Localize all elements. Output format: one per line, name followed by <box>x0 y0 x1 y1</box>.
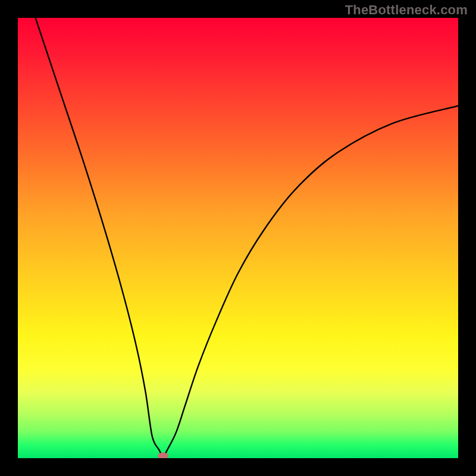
attribution-text: TheBottleneck.com <box>345 2 468 18</box>
plot-area <box>18 18 458 458</box>
bottleneck-curve <box>18 18 458 458</box>
chart-frame: TheBottleneck.com <box>0 0 476 476</box>
optimum-marker <box>158 453 168 458</box>
